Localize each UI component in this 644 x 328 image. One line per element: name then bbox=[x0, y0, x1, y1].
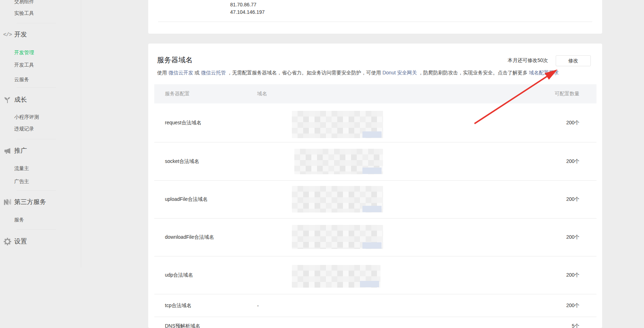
ip-address: 81.70.86.77 bbox=[230, 1, 265, 9]
domain-cell bbox=[257, 256, 491, 294]
table-header-row: 服务器配置 域名 可配置数量 bbox=[154, 84, 596, 103]
desc-text: ，无需配置服务器域名，省心省力。如业务访问需要安全防护，可使用 bbox=[226, 70, 383, 75]
header-quota: 可配置数量 bbox=[491, 91, 596, 97]
modify-button[interactable]: 修改 bbox=[556, 55, 591, 66]
table-row-downloadfile: downloadFile合法域名 200个 bbox=[154, 219, 596, 256]
sidebar-item-develop-management[interactable]: 开发管理 bbox=[14, 49, 34, 56]
censored-blue-block bbox=[360, 281, 379, 287]
quota-value: 200个 bbox=[491, 120, 596, 126]
server-config-label: tcp合法域名 bbox=[154, 302, 257, 309]
domain-config-requirements-link[interactable]: 域名配置要求 bbox=[529, 70, 559, 75]
server-config-label: downloadFile合法域名 bbox=[154, 234, 257, 241]
sidebar-section-third-party[interactable]: 第三方服务 bbox=[14, 197, 46, 207]
quota-value: 200个 bbox=[491, 158, 596, 165]
top-card: 81.70.86.77 47.104.146.197 bbox=[148, 0, 602, 34]
table-row-socket: socket合法域名 200个 bbox=[154, 142, 596, 181]
censored-blue-block bbox=[362, 242, 382, 249]
sidebar-item-advertiser[interactable]: 广告主 bbox=[14, 178, 29, 185]
sidebar-item-service[interactable]: 服务 bbox=[14, 216, 24, 223]
description: 使用 微信云开发 或 微信云托管 ，无需配置服务器域名，省心省力。如业务访问需要… bbox=[157, 69, 559, 76]
page-title: 服务器域名 bbox=[157, 55, 193, 64]
censored-domain-blur bbox=[294, 149, 383, 174]
censored-domain-blur bbox=[292, 225, 383, 249]
desc-text: 使用 bbox=[157, 70, 168, 75]
sidebar-section-growth[interactable]: 成长 bbox=[14, 95, 27, 104]
sidebar-section-develop[interactable]: 开发 bbox=[14, 30, 27, 39]
server-config-label: udp合法域名 bbox=[154, 272, 257, 278]
header-server-config: 服务器配置 bbox=[154, 91, 257, 97]
wechat-cloud-hosting-link[interactable]: 微信云托管 bbox=[201, 70, 226, 75]
domain-table: 服务器配置 域名 可配置数量 request合法域名 200个 socket合法… bbox=[154, 84, 596, 328]
sidebar-section-promotion[interactable]: 推广 bbox=[14, 146, 27, 155]
server-config-label: DNS预解析域名 bbox=[154, 317, 257, 328]
quota-value: 200个 bbox=[491, 272, 596, 278]
code-icon: </> bbox=[3, 30, 12, 39]
censored-domain-blur bbox=[292, 186, 383, 213]
server-config-label: uploadFile合法域名 bbox=[154, 196, 257, 203]
sidebar-divider bbox=[17, 87, 56, 87]
domain-cell bbox=[257, 317, 491, 328]
quota-value: 200个 bbox=[491, 302, 596, 309]
sprout-icon bbox=[3, 95, 12, 104]
card-divider bbox=[158, 22, 592, 22]
server-config-label: socket合法域名 bbox=[154, 158, 257, 165]
sidebar-divider bbox=[17, 230, 56, 230]
sidebar-divider bbox=[17, 190, 56, 191]
table-row-uploadfile: uploadFile合法域名 200个 bbox=[154, 181, 596, 219]
censored-domain-blur bbox=[292, 111, 383, 138]
censored-blue-block bbox=[362, 168, 382, 174]
censored-blue-block bbox=[362, 206, 382, 212]
sidebar-divider bbox=[17, 23, 56, 23]
domain-cell: - bbox=[257, 294, 491, 317]
sidebar-item-trade-components[interactable]: 交易组件 bbox=[14, 0, 34, 5]
sidebar-item-violation-records[interactable]: 违规记录 bbox=[14, 125, 34, 132]
server-config-label: request合法域名 bbox=[154, 120, 257, 126]
censored-domain-blur bbox=[292, 265, 381, 288]
third-party-service-icon bbox=[3, 197, 12, 207]
quota-value: 200个 bbox=[491, 234, 596, 241]
ip-address: 47.104.146.197 bbox=[230, 9, 265, 16]
domain-cell bbox=[257, 142, 491, 180]
sidebar-item-cloud-service[interactable]: 云服务 bbox=[14, 76, 29, 83]
page: 交易组件 实验工具 </> 开发 开发管理 开发工具 云服务 成长 小程序评测 … bbox=[0, 0, 644, 328]
server-domain-card: 服务器域名 本月还可修改50次 修改 使用 微信云开发 或 微信云托管 ，无需配… bbox=[148, 44, 602, 328]
sidebar-item-traffic-owner[interactable]: 流量主 bbox=[14, 165, 29, 172]
sidebar-item-develop-tools[interactable]: 开发工具 bbox=[14, 61, 34, 68]
quota-value: 5个 bbox=[491, 317, 596, 328]
table-row-request: request合法域名 200个 bbox=[154, 103, 596, 142]
quota-value: 200个 bbox=[491, 196, 596, 203]
header-domain: 域名 bbox=[257, 84, 491, 103]
sidebar-item-experiment-tools[interactable]: 实验工具 bbox=[14, 10, 34, 17]
domain-cell bbox=[257, 103, 491, 142]
donut-gateway-link[interactable]: Donut 安全网关 bbox=[382, 70, 417, 75]
desc-text: ，防爬防刷防攻击，实现业务安全。点击了解更多 bbox=[417, 70, 529, 75]
sidebar-divider bbox=[17, 139, 56, 139]
megaphone-icon bbox=[3, 146, 12, 155]
domain-cell bbox=[257, 181, 491, 218]
table-row-udp: udp合法域名 200个 bbox=[154, 256, 596, 294]
gear-icon bbox=[3, 237, 12, 246]
table-row-tcp: tcp合法域名 - 200个 bbox=[154, 294, 596, 317]
domain-cell bbox=[257, 219, 491, 256]
table-row-dns: DNS预解析域名 5个 bbox=[154, 317, 596, 328]
censored-blue-block bbox=[362, 131, 382, 138]
sidebar-section-settings[interactable]: 设置 bbox=[14, 237, 27, 246]
sidebar-item-miniprogram-evaluation[interactable]: 小程序评测 bbox=[14, 113, 39, 120]
wechat-cloud-dev-link[interactable]: 微信云开发 bbox=[168, 70, 193, 75]
sidebar: 交易组件 实验工具 </> 开发 开发管理 开发工具 云服务 成长 小程序评测 … bbox=[0, 0, 81, 267]
desc-text: 或 bbox=[193, 70, 201, 75]
monthly-quota-text: 本月还可修改50次 bbox=[507, 57, 548, 64]
domain-value: - bbox=[257, 303, 259, 309]
ip-list: 81.70.86.77 47.104.146.197 bbox=[230, 1, 265, 16]
